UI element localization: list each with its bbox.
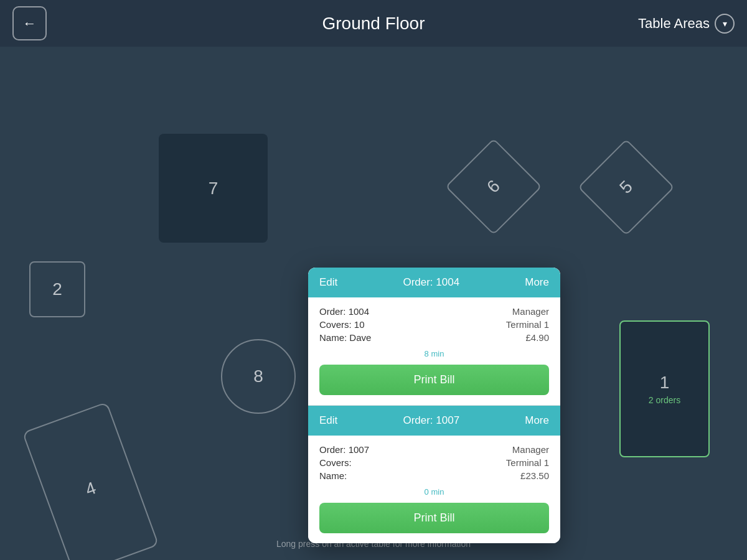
order-1004-terminal: Terminal 1: [506, 319, 549, 330]
order-1004-covers-label: Covers: 10: [319, 319, 365, 330]
order-1004-manager: Manager: [512, 306, 549, 317]
order-1004-body: Order: 1004 Manager Covers: 10 Terminal …: [308, 297, 560, 405]
order-1004-row-covers: Covers: 10 Terminal 1: [319, 319, 549, 330]
back-button[interactable]: ←: [12, 6, 47, 40]
table-1[interactable]: 1 2 orders: [619, 320, 710, 457]
table-2[interactable]: 2: [29, 261, 85, 317]
chevron-down-icon: ▾: [715, 14, 735, 34]
app-header: ← Ground Floor Table Areas ▾: [0, 0, 747, 47]
order-card-1004: Edit Order: 1004 More Order: 1004 Manage…: [308, 268, 560, 405]
order-1004-edit-button[interactable]: Edit: [319, 276, 337, 289]
table-2-number: 2: [52, 279, 62, 299]
order-1004-header: Edit Order: 1004 More: [308, 268, 560, 297]
table-5[interactable]: 5: [590, 151, 662, 223]
table-6[interactable]: 6: [453, 146, 534, 227]
back-arrow-icon: ←: [23, 16, 37, 32]
floor-title: Ground Floor: [322, 14, 425, 34]
order-1004-time: 8 min: [319, 349, 549, 358]
order-1004-name-label: Name: Dave: [319, 332, 371, 343]
order-1007-manager: Manager: [512, 444, 549, 455]
order-1007-body: Order: 1007 Manager Covers: Terminal 1 N…: [308, 436, 560, 543]
order-1007-time: 0 min: [319, 487, 549, 497]
order-1007-row-covers: Covers: Terminal 1: [319, 457, 549, 468]
order-1004-order-label: Order: 1004: [319, 306, 369, 317]
order-1004-row-order: Order: 1004 Manager: [319, 306, 549, 317]
order-1007-title: Order: 1007: [403, 414, 459, 427]
table-8-number: 8: [253, 366, 263, 386]
order-1007-terminal: Terminal 1: [506, 457, 549, 468]
order-1007-order-label: Order: 1007: [319, 444, 369, 455]
order-1004-more-button[interactable]: More: [525, 276, 549, 289]
order-1004-amount: £4.90: [525, 332, 549, 343]
table-7[interactable]: 7: [159, 134, 268, 243]
table-areas-label: Table Areas: [638, 16, 710, 32]
order-1007-header: Edit Order: 1007 More: [308, 406, 560, 436]
table-1-number: 1: [660, 373, 670, 393]
order-1004-title: Order: 1004: [403, 276, 459, 289]
order-1007-name-label: Name:: [319, 470, 347, 481]
order-1007-amount: £23.50: [520, 470, 549, 481]
table-areas-button[interactable]: Table Areas ▾: [638, 14, 735, 34]
floor-area: 7 2 6 5 8 4 1 2 orders Edit Order: 1004: [0, 47, 747, 560]
order-popup: Edit Order: 1004 More Order: 1004 Manage…: [308, 268, 560, 543]
order-1007-row-order: Order: 1007 Manager: [319, 444, 549, 455]
order-1007-more-button[interactable]: More: [525, 414, 549, 427]
order-1004-row-name: Name: Dave £4.90: [319, 332, 549, 343]
table-4[interactable]: 4: [34, 401, 146, 560]
order-1007-covers-label: Covers:: [319, 457, 352, 468]
table-4-shape: 4: [22, 401, 159, 560]
order-1007-edit-button[interactable]: Edit: [319, 414, 337, 427]
order-1007-row-name: Name: £23.50: [319, 470, 549, 481]
order-1007-print-bill-button[interactable]: Print Bill: [319, 503, 549, 533]
table-4-number: 4: [82, 477, 98, 499]
order-1004-print-bill-button[interactable]: Print Bill: [319, 365, 549, 395]
table-1-sub: 2 orders: [649, 395, 680, 405]
table-8[interactable]: 8: [221, 339, 296, 414]
table-7-number: 7: [209, 179, 218, 198]
order-card-1007: Edit Order: 1007 More Order: 1007 Manage…: [308, 405, 560, 543]
